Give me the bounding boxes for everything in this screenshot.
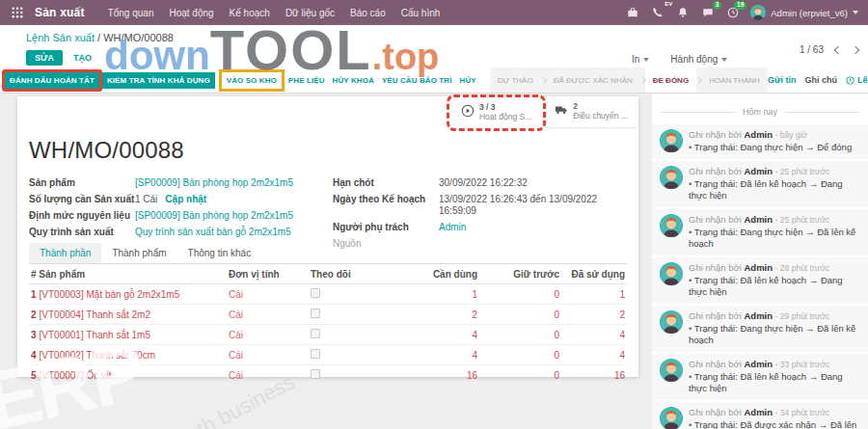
maintenance-request-button[interactable]: YÊU CẦU BẢO TRÌ bbox=[378, 72, 456, 89]
message-prefix: Ghi nhận bởi bbox=[689, 129, 742, 140]
user-menu[interactable]: Admin (erpviet_v6) bbox=[750, 5, 858, 20]
breadcrumb-separator: / bbox=[95, 32, 103, 43]
transfers-label: Điều chuyển ... bbox=[573, 112, 628, 121]
status-step-draft[interactable]: DỰ THẢO bbox=[490, 67, 541, 93]
record-action-menus: In Hành động bbox=[632, 54, 727, 65]
row-product: [VT00003] Mặt bàn gỗ 2m2x1m5 bbox=[40, 289, 180, 300]
work-orders-smart-button[interactable]: 3 / 3 Hoạt động S... bbox=[455, 99, 537, 126]
update-quantity-link[interactable]: Cập nhật bbox=[165, 194, 206, 204]
tab-finished-products[interactable]: Thành phẩm bbox=[101, 243, 176, 263]
status-step-confirmed[interactable]: ĐÃ ĐƯỢC XÁC NHẬN bbox=[546, 67, 640, 93]
tab-components[interactable]: Thành phần bbox=[29, 243, 101, 263]
col-header-product[interactable]: # Sản phẩm bbox=[29, 265, 227, 284]
message-prefix: Ghi nhận bởi bbox=[689, 310, 742, 321]
message-body: Trạng thái: Đã lên kế hoạch → Đang thực … bbox=[689, 178, 860, 201]
row-to-consume: 1 bbox=[420, 284, 479, 305]
status-action-row: ĐÁNH DẤU HOÀN TẤT KIỂM TRA TÍNH KHẢ DỤNG… bbox=[0, 67, 868, 94]
table-row[interactable]: 3[VT00001] Thanh sắt 1m5 Cái 4 0 4 bbox=[29, 325, 627, 345]
messages-icon[interactable]: 3 bbox=[700, 5, 716, 20]
message-author[interactable]: Admin bbox=[744, 407, 773, 417]
message-body: Trạng thái: Đang thực hiện → Để đóng bbox=[689, 142, 852, 153]
edit-button[interactable]: SỬA bbox=[26, 50, 63, 66]
create-button[interactable]: TẠO bbox=[67, 50, 98, 66]
col-header-consumed[interactable]: Đã sử dụng bbox=[561, 265, 627, 284]
annotation-red-box: ĐÁNH DẤU HOÀN TẤT bbox=[2, 69, 102, 92]
chevron-down-icon bbox=[721, 58, 727, 62]
menu-hoat-dong[interactable]: Hoạt động bbox=[169, 8, 213, 18]
message-author[interactable]: Admin bbox=[744, 129, 773, 140]
message-author[interactable]: Admin bbox=[744, 214, 773, 225]
col-header-uom[interactable]: Đơn vị tính bbox=[227, 265, 309, 284]
annotation-orange-box: VÀO SỔ KHO bbox=[219, 69, 285, 92]
log-note-button[interactable]: Ghi chú bbox=[804, 75, 837, 85]
print-menu[interactable]: In bbox=[632, 54, 649, 65]
field-value-responsible[interactable]: Admin bbox=[439, 222, 466, 233]
breadcrumb-parent[interactable]: Lệnh Sản xuất bbox=[26, 32, 95, 43]
tracking-checkbox[interactable] bbox=[311, 288, 320, 298]
field-label-routing: Quy trình sản xuất bbox=[29, 227, 135, 238]
message-time: - 28 phút trước bbox=[775, 263, 830, 273]
phone-icon[interactable]: EV bbox=[650, 5, 665, 20]
pager-counter: 1 / 63 bbox=[800, 44, 824, 55]
transfers-smart-button[interactable]: 2 Điều chuyển ... bbox=[546, 96, 636, 128]
pager-next-icon[interactable] bbox=[852, 45, 859, 53]
message-author[interactable]: Admin bbox=[744, 310, 773, 321]
message-author[interactable]: Admin bbox=[744, 262, 773, 273]
field-label-product: Sản phẩm bbox=[29, 177, 135, 189]
field-label-planned-date: Ngày theo Kế hoạch bbox=[333, 194, 439, 217]
pager: 1 / 63 bbox=[800, 44, 858, 55]
row-to-consume: 4 bbox=[420, 345, 479, 365]
col-header-tracking[interactable]: Theo dõi bbox=[309, 265, 420, 284]
clock-icon bbox=[846, 76, 854, 85]
messages-badge: 3 bbox=[713, 1, 722, 10]
table-row[interactable]: 5[VT00007] Ốc vít Cái 16 0 16 bbox=[29, 365, 627, 386]
chatter-message: Ghi nhận bởi Admin - 29 phút trước Trạng… bbox=[652, 306, 868, 352]
menu-cau-hinh[interactable]: Cấu hình bbox=[401, 8, 441, 18]
tracking-checkbox[interactable] bbox=[311, 308, 320, 318]
action-menu[interactable]: Hành động bbox=[670, 54, 727, 65]
check-availability-button[interactable]: KIỂM TRA TÍNH KHẢ DỤNG bbox=[102, 72, 215, 89]
row-reserved: 0 bbox=[479, 345, 561, 365]
apps-grid-icon[interactable] bbox=[10, 5, 25, 20]
post-inventory-button[interactable]: VÀO SỔ KHO bbox=[222, 72, 282, 89]
field-value-bom[interactable]: [SP00009] Bàn phòng họp 2m2x1m5 bbox=[135, 210, 293, 222]
message-author[interactable]: Admin bbox=[744, 359, 773, 369]
scrap-button[interactable]: PHẾ LIỆU bbox=[285, 72, 329, 89]
bell-icon[interactable] bbox=[675, 5, 691, 20]
activities-clock-icon[interactable]: 19 bbox=[725, 5, 741, 20]
table-row[interactable]: 1[VT00003] Mặt bàn gỗ 2m2x1m5 Cái 1 0 1 bbox=[29, 284, 627, 305]
status-step-to-close[interactable]: ĐỂ ĐÓNG bbox=[645, 67, 696, 93]
mark-done-button[interactable]: ĐÁNH DẤU HOÀN TẤT bbox=[5, 72, 99, 89]
tracking-checkbox[interactable] bbox=[311, 369, 320, 379]
menu-tong-quan[interactable]: Tổng quan bbox=[108, 8, 154, 18]
col-header-to-consume[interactable]: Cần dùng bbox=[420, 265, 479, 284]
menu-du-lieu-goc[interactable]: Dữ liệu gốc bbox=[285, 8, 335, 18]
date-divider: Hôm nay bbox=[660, 107, 860, 117]
menu-ke-hoach[interactable]: Kế hoạch bbox=[230, 8, 270, 18]
message-author[interactable]: Admin bbox=[744, 166, 773, 176]
cancel-button[interactable]: HỦY bbox=[456, 72, 480, 89]
field-value-routing[interactable]: Quy trình sản xuất bàn gỗ 2m2x1m5 bbox=[135, 227, 291, 238]
user-name: Admin (erpviet_v6) bbox=[771, 8, 848, 18]
tracking-checkbox[interactable] bbox=[311, 349, 320, 359]
unlock-button[interactable]: HỦY KHOÁ bbox=[329, 72, 378, 89]
table-row[interactable]: 2[VT00004] Thanh sắt 2m2 Cái 2 0 2 bbox=[29, 305, 627, 325]
menu-bao-cao[interactable]: Báo cáo bbox=[350, 8, 386, 18]
tracking-checkbox[interactable] bbox=[311, 329, 320, 338]
breadcrumb-current: WH/MO/00088 bbox=[103, 32, 174, 43]
tab-other-info[interactable]: Thông tin khác bbox=[177, 243, 262, 263]
field-label-responsible: Người phụ trách bbox=[333, 222, 439, 233]
briefcase-icon[interactable] bbox=[625, 5, 640, 20]
avatar bbox=[660, 129, 683, 152]
send-message-button[interactable]: Gửi tin bbox=[768, 75, 797, 85]
table-row[interactable]: 4[VT00002] Thanh sắt 70cm Cái 4 0 4 bbox=[29, 345, 627, 365]
app-title[interactable]: Sản xuất bbox=[35, 6, 85, 19]
field-value-product[interactable]: [SP00009] Bàn phòng họp 2m2x1m5 bbox=[135, 177, 293, 189]
row-reserved: 0 bbox=[479, 365, 561, 386]
pager-previous-icon[interactable] bbox=[834, 45, 842, 53]
chatter-toolbar: Gửi tin Ghi chú Lên công việc 0 Theo dõi bbox=[768, 75, 868, 85]
schedule-activity-button[interactable]: Lên công việc bbox=[846, 75, 868, 85]
breadcrumb: Lệnh Sản xuất / WH/MO/00088 bbox=[26, 32, 174, 43]
col-header-reserved[interactable]: Giữ trước bbox=[479, 265, 561, 284]
status-step-done[interactable]: HOÀN THÀNH bbox=[701, 67, 768, 93]
